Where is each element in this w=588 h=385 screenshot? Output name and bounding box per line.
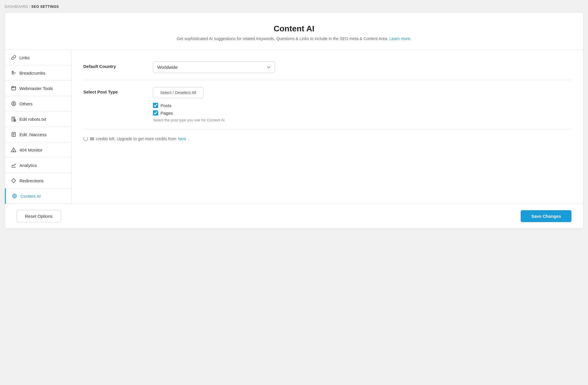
- sidebar-item-others[interactable]: Others: [5, 96, 71, 111]
- learn-more-link[interactable]: Learn more: [389, 36, 410, 41]
- sidebar-item-links[interactable]: Links: [5, 50, 71, 65]
- pages-checkbox[interactable]: [153, 110, 158, 116]
- svg-point-26: [14, 195, 15, 197]
- webmaster-tools-icon: [11, 85, 17, 91]
- credits-text-after: .: [188, 136, 189, 141]
- posts-checkbox[interactable]: [153, 103, 158, 108]
- sidebar-item-edit-robots[interactable]: Edit robots.txt: [5, 111, 71, 127]
- credits-icon: [83, 136, 88, 141]
- 404-monitor-icon: [11, 147, 17, 153]
- sidebar-item-label: 404 Monitor: [19, 147, 42, 152]
- credits-row: 30 credits left. Upgrade to get more cre…: [83, 129, 571, 148]
- page-header: Content AI Get sophisticated AI suggesti…: [5, 12, 583, 50]
- posts-checkbox-row: Posts: [153, 103, 571, 108]
- sidebar-item-analytics[interactable]: Analytics: [5, 158, 71, 173]
- redirections-icon: [11, 178, 17, 183]
- credits-link[interactable]: here: [178, 136, 186, 141]
- select-post-type-section: Select Post Type Select / Deselect All P…: [83, 80, 571, 129]
- sidebar-item-label: Links: [19, 55, 30, 60]
- sidebar-item-label: Content AI: [20, 194, 41, 199]
- default-country-label: Default Country: [83, 62, 141, 69]
- posts-label: Posts: [160, 103, 172, 108]
- save-changes-button[interactable]: Save Changes: [521, 210, 571, 222]
- sidebar-item-breadcrumbs[interactable]: Breadcrumbs: [5, 65, 71, 81]
- sidebar-item-webmaster-tools[interactable]: Webmaster Tools: [5, 81, 71, 96]
- sidebar-item-label: Others: [19, 101, 33, 106]
- sidebar-item-label: Redirections: [19, 178, 44, 183]
- select-post-type-label: Select Post Type: [83, 87, 141, 94]
- main-layout: Links Breadcrumbs: [5, 50, 583, 204]
- footer-bar: Reset Options Save Changes: [5, 204, 583, 228]
- others-icon: [11, 101, 17, 107]
- default-country-content: Worldwide United States United Kingdom C…: [153, 62, 571, 73]
- edit-robots-icon: [11, 116, 17, 122]
- reset-options-button[interactable]: Reset Options: [17, 210, 61, 222]
- page-title: Content AI: [11, 24, 577, 33]
- sidebar-item-label: Webmaster Tools: [19, 86, 53, 91]
- sidebar-item-edit-htaccess[interactable]: Edit .htaccess: [5, 127, 71, 142]
- sidebar-item-label: Analytics: [19, 163, 37, 168]
- content-area: Default Country Worldwide United States …: [72, 50, 583, 204]
- svg-marker-24: [12, 179, 16, 183]
- pages-checkbox-row: Pages: [153, 110, 571, 116]
- svg-line-15: [14, 119, 14, 120]
- country-select[interactable]: Worldwide United States United Kingdom C…: [153, 62, 275, 73]
- breadcrumbs-icon: [11, 70, 17, 76]
- sidebar-item-label: Breadcrumbs: [19, 71, 45, 75]
- select-deselect-all-button[interactable]: Select / Deselect All: [153, 87, 203, 98]
- main-card: Content AI Get sophisticated AI suggesti…: [5, 12, 583, 229]
- sidebar-item-label: Edit robots.txt: [19, 117, 46, 122]
- select-post-type-content: Select / Deselect All Posts Pages Select…: [153, 87, 571, 122]
- edit-htaccess-icon: [11, 132, 17, 137]
- sidebar-item-content-ai[interactable]: Content AI: [5, 188, 71, 204]
- links-icon: [11, 55, 17, 60]
- analytics-icon: [11, 162, 17, 168]
- pages-label: Pages: [160, 111, 173, 116]
- credits-text-before: credits left. Upgrade to get more credit…: [96, 136, 176, 141]
- default-country-section: Default Country Worldwide United States …: [83, 59, 571, 80]
- credits-count: 30: [90, 136, 94, 141]
- content-ai-icon: [12, 193, 17, 199]
- sidebar-item-404-monitor[interactable]: 404 Monitor: [5, 142, 71, 158]
- page-description: Get sophisticated AI suggestions for rel…: [11, 36, 577, 41]
- sidebar-item-redirections[interactable]: Redirections: [5, 173, 71, 188]
- breadcrumb: DASHBOARD / SEO SETTINGS: [5, 5, 583, 9]
- sidebar: Links Breadcrumbs: [5, 50, 72, 204]
- svg-point-22: [13, 151, 14, 151]
- sidebar-item-label: Edit .htaccess: [19, 132, 46, 137]
- post-type-helper: Select the post type you use for Content…: [153, 118, 571, 122]
